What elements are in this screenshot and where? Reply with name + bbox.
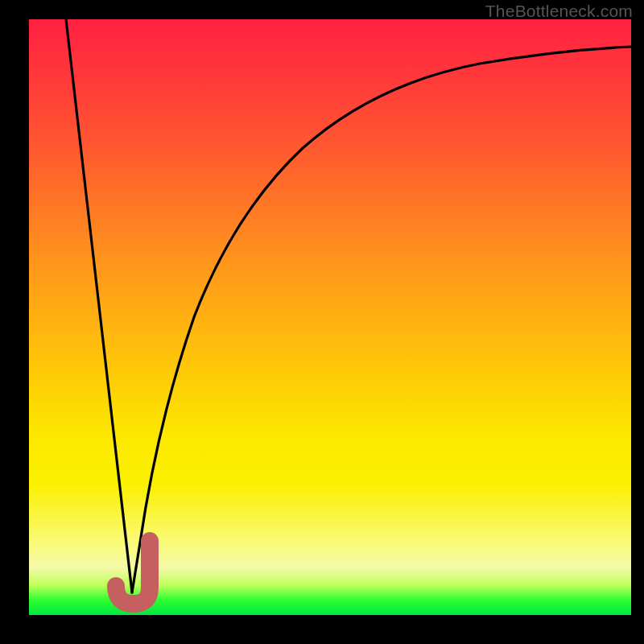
optimal-marker-J (116, 541, 150, 604)
chart-frame: TheBottleneck.com (0, 0, 644, 644)
curve-layer (29, 19, 631, 615)
plot-area (29, 19, 631, 615)
curve-right-branch (132, 47, 631, 592)
attribution-label: TheBottleneck.com (485, 2, 633, 21)
curve-left-branch (66, 19, 132, 592)
